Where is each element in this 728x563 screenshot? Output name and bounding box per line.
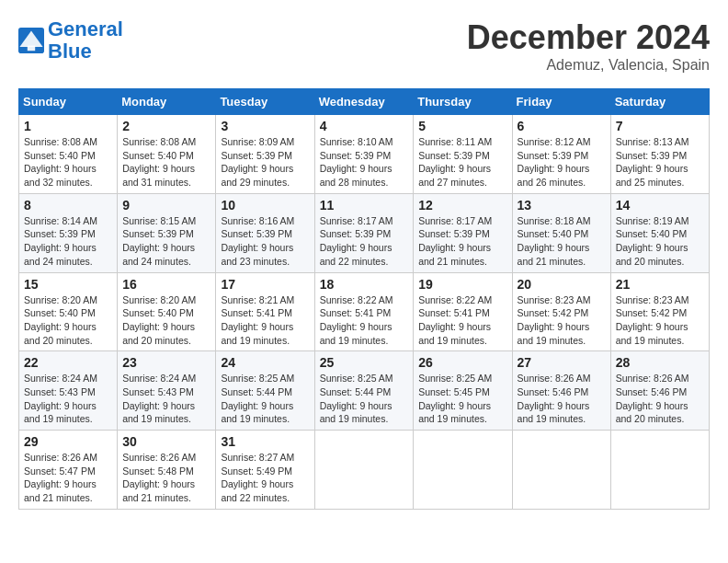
day-cell-17: 17 Sunrise: 8:21 AM Sunset: 5:41 PM Dayl… — [216, 272, 314, 351]
day-info: Sunrise: 8:15 AM Sunset: 5:39 PM Dayligh… — [122, 214, 210, 269]
day-info: Sunrise: 8:13 AM Sunset: 5:39 PM Dayligh… — [616, 135, 704, 190]
day-cell-5: 5 Sunrise: 8:11 AM Sunset: 5:39 PM Dayli… — [414, 115, 512, 194]
logo: General Blue — [18, 18, 123, 63]
col-sunday: Sunday — [19, 89, 118, 115]
day-cell-6: 6 Sunrise: 8:12 AM Sunset: 5:39 PM Dayli… — [512, 115, 610, 194]
day-info: Sunrise: 8:25 AM Sunset: 5:45 PM Dayligh… — [418, 372, 506, 426]
day-number: 13 — [518, 198, 606, 213]
day-info: Sunrise: 8:08 AM Sunset: 5:40 PM Dayligh… — [24, 135, 112, 190]
day-cell-19: 19 Sunrise: 8:22 AM Sunset: 5:41 PM Dayl… — [414, 272, 512, 351]
day-cell-9: 9 Sunrise: 8:15 AM Sunset: 5:39 PM Dayli… — [118, 193, 216, 272]
empty-cell — [314, 431, 414, 510]
day-info: Sunrise: 8:18 AM Sunset: 5:40 PM Dayligh… — [518, 214, 606, 269]
day-number: 29 — [24, 434, 112, 449]
logo-icon — [18, 28, 44, 53]
calendar-week-5: 29 Sunrise: 8:26 AM Sunset: 5:47 PM Dayl… — [19, 431, 710, 510]
col-friday: Friday — [512, 89, 610, 115]
day-info: Sunrise: 8:09 AM Sunset: 5:39 PM Dayligh… — [221, 135, 309, 190]
day-cell-26: 26 Sunrise: 8:25 AM Sunset: 5:45 PM Dayl… — [414, 351, 512, 431]
day-info: Sunrise: 8:17 AM Sunset: 5:39 PM Dayligh… — [320, 214, 409, 269]
day-info: Sunrise: 8:10 AM Sunset: 5:39 PM Dayligh… — [320, 135, 409, 190]
col-monday: Monday — [118, 89, 216, 115]
day-cell-18: 18 Sunrise: 8:22 AM Sunset: 5:41 PM Dayl… — [314, 272, 414, 351]
day-cell-4: 4 Sunrise: 8:10 AM Sunset: 5:39 PM Dayli… — [314, 115, 414, 194]
day-info: Sunrise: 8:24 AM Sunset: 5:43 PM Dayligh… — [24, 372, 112, 426]
day-number: 19 — [418, 277, 506, 292]
day-number: 1 — [24, 119, 112, 133]
empty-cell — [414, 431, 512, 510]
svg-rect-2 — [28, 46, 35, 52]
calendar-week-2: 8 Sunrise: 8:14 AM Sunset: 5:39 PM Dayli… — [19, 193, 710, 272]
day-cell-22: 22 Sunrise: 8:24 AM Sunset: 5:43 PM Dayl… — [19, 351, 118, 431]
day-number: 14 — [616, 198, 704, 213]
day-cell-10: 10 Sunrise: 8:16 AM Sunset: 5:39 PM Dayl… — [216, 193, 314, 272]
day-info: Sunrise: 8:24 AM Sunset: 5:43 PM Dayligh… — [122, 372, 210, 426]
day-cell-16: 16 Sunrise: 8:20 AM Sunset: 5:40 PM Dayl… — [118, 272, 216, 351]
day-number: 10 — [221, 198, 309, 213]
day-cell-15: 15 Sunrise: 8:20 AM Sunset: 5:40 PM Dayl… — [19, 272, 118, 351]
day-number: 4 — [320, 119, 409, 133]
day-info: Sunrise: 8:17 AM Sunset: 5:39 PM Dayligh… — [418, 214, 506, 269]
header: General Blue December 2024 Ademuz, Valen… — [18, 18, 710, 74]
day-cell-31: 31 Sunrise: 8:27 AM Sunset: 5:49 PM Dayl… — [216, 431, 314, 510]
day-info: Sunrise: 8:21 AM Sunset: 5:41 PM Dayligh… — [221, 293, 309, 348]
empty-cell — [610, 431, 709, 510]
day-cell-21: 21 Sunrise: 8:23 AM Sunset: 5:42 PM Dayl… — [610, 272, 709, 351]
empty-cell — [512, 431, 610, 510]
day-number: 9 — [122, 198, 210, 213]
day-number: 7 — [616, 119, 704, 133]
day-cell-23: 23 Sunrise: 8:24 AM Sunset: 5:43 PM Dayl… — [118, 351, 216, 431]
day-number: 17 — [221, 277, 309, 292]
day-info: Sunrise: 8:20 AM Sunset: 5:40 PM Dayligh… — [122, 293, 210, 348]
day-info: Sunrise: 8:14 AM Sunset: 5:39 PM Dayligh… — [24, 214, 112, 269]
location-title: Ademuz, Valencia, Spain — [467, 57, 710, 74]
col-saturday: Saturday — [610, 89, 709, 115]
day-number: 31 — [221, 434, 309, 449]
col-tuesday: Tuesday — [216, 89, 314, 115]
day-number: 5 — [418, 119, 506, 133]
day-number: 21 — [616, 277, 704, 292]
day-number: 11 — [320, 198, 409, 213]
logo-text: General Blue — [48, 18, 123, 63]
calendar-week-4: 22 Sunrise: 8:24 AM Sunset: 5:43 PM Dayl… — [19, 351, 710, 431]
day-cell-12: 12 Sunrise: 8:17 AM Sunset: 5:39 PM Dayl… — [414, 193, 512, 272]
day-info: Sunrise: 8:22 AM Sunset: 5:41 PM Dayligh… — [320, 293, 409, 348]
day-cell-8: 8 Sunrise: 8:14 AM Sunset: 5:39 PM Dayli… — [19, 193, 118, 272]
day-cell-2: 2 Sunrise: 8:08 AM Sunset: 5:40 PM Dayli… — [118, 115, 216, 194]
day-cell-24: 24 Sunrise: 8:25 AM Sunset: 5:44 PM Dayl… — [216, 351, 314, 431]
day-cell-27: 27 Sunrise: 8:26 AM Sunset: 5:46 PM Dayl… — [512, 351, 610, 431]
day-info: Sunrise: 8:23 AM Sunset: 5:42 PM Dayligh… — [518, 293, 606, 348]
day-info: Sunrise: 8:22 AM Sunset: 5:41 PM Dayligh… — [418, 293, 506, 348]
day-cell-1: 1 Sunrise: 8:08 AM Sunset: 5:40 PM Dayli… — [19, 115, 118, 194]
day-cell-20: 20 Sunrise: 8:23 AM Sunset: 5:42 PM Dayl… — [512, 272, 610, 351]
day-info: Sunrise: 8:23 AM Sunset: 5:42 PM Dayligh… — [616, 293, 704, 348]
day-cell-25: 25 Sunrise: 8:25 AM Sunset: 5:44 PM Dayl… — [314, 351, 414, 431]
day-info: Sunrise: 8:12 AM Sunset: 5:39 PM Dayligh… — [518, 135, 606, 190]
day-info: Sunrise: 8:26 AM Sunset: 5:46 PM Dayligh… — [616, 372, 704, 426]
day-number: 15 — [24, 277, 112, 292]
header-row: Sunday Monday Tuesday Wednesday Thursday… — [19, 89, 710, 115]
day-number: 26 — [418, 355, 506, 370]
day-cell-14: 14 Sunrise: 8:19 AM Sunset: 5:40 PM Dayl… — [610, 193, 709, 272]
day-info: Sunrise: 8:19 AM Sunset: 5:40 PM Dayligh… — [616, 214, 704, 269]
calendar-table: Sunday Monday Tuesday Wednesday Thursday… — [18, 88, 710, 510]
col-thursday: Thursday — [414, 89, 512, 115]
day-info: Sunrise: 8:11 AM Sunset: 5:39 PM Dayligh… — [418, 135, 506, 190]
day-number: 20 — [518, 277, 606, 292]
day-info: Sunrise: 8:20 AM Sunset: 5:40 PM Dayligh… — [24, 293, 112, 348]
day-info: Sunrise: 8:26 AM Sunset: 5:47 PM Dayligh… — [24, 451, 112, 505]
day-number: 23 — [122, 355, 210, 370]
day-number: 28 — [616, 355, 704, 370]
day-number: 22 — [24, 355, 112, 370]
day-number: 8 — [24, 198, 112, 213]
month-title: December 2024 — [467, 18, 710, 57]
day-info: Sunrise: 8:25 AM Sunset: 5:44 PM Dayligh… — [320, 372, 409, 426]
day-info: Sunrise: 8:27 AM Sunset: 5:49 PM Dayligh… — [221, 451, 309, 505]
day-cell-13: 13 Sunrise: 8:18 AM Sunset: 5:40 PM Dayl… — [512, 193, 610, 272]
calendar-week-1: 1 Sunrise: 8:08 AM Sunset: 5:40 PM Dayli… — [19, 115, 710, 194]
day-number: 2 — [122, 119, 210, 133]
day-number: 6 — [518, 119, 606, 133]
day-number: 24 — [221, 355, 309, 370]
day-number: 25 — [320, 355, 409, 370]
day-info: Sunrise: 8:25 AM Sunset: 5:44 PM Dayligh… — [221, 372, 309, 426]
